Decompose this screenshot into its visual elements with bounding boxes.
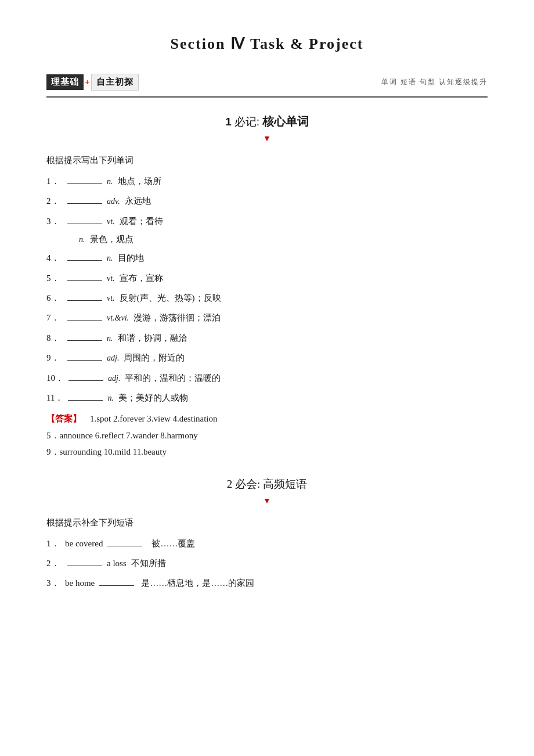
answer-label: 【答案】 (46, 413, 81, 423)
section2-num: 2 (227, 478, 233, 490)
banner-nav: 单词 短语 句型 认知逐级提升 (381, 77, 488, 87)
list-item: 7． vt.&vi. 漫游，游荡徘徊；漂泊 (46, 311, 488, 325)
list-item: 3． vt. 观看；看待 (46, 214, 488, 228)
banner-separator: + (84, 77, 91, 87)
answer-line1: 1.spot 2.forever 3.view 4.destination (90, 414, 218, 423)
section1-num: 1 (225, 116, 232, 128)
vocab-list: 1． n. 地点，场所 2． adv. 永远地 3． vt. 观看；看待 (46, 174, 488, 228)
list-item: 3． be home 是……栖息地，是……的家园 (46, 576, 488, 590)
section2-arrow: ▼ (46, 496, 488, 506)
answer-box: 【答案】 1.spot 2.forever 3.view 4.destinati… (46, 411, 488, 460)
list-item: 2． adv. 永远地 (46, 194, 488, 208)
section2-bold: 高频短语 (263, 478, 307, 490)
answer-line2: 5．announce 6.reflect 7.wander 8.harmony (46, 431, 198, 440)
section1-arrow: ▼ (46, 134, 488, 143)
list-item: 1． n. 地点，场所 (46, 174, 488, 188)
list-item: 2． a loss 不知所措 (46, 556, 488, 570)
section-banner: 理基础 + 自主初探 单词 短语 句型 认知逐级提升 (46, 74, 488, 91)
list-item: 4． n. 目的地 (46, 251, 488, 265)
banner-line (46, 96, 488, 98)
list-item: 5． vt. 宣布，宣称 (46, 271, 488, 285)
banner-tag-light: 自主初探 (91, 74, 139, 91)
list-item: 9． adj. 周围的，附近的 (46, 351, 488, 365)
section1-heading: 1 必记: 核心单词 (46, 114, 488, 129)
banner-left: 理基础 + 自主初探 (46, 74, 139, 91)
section2-must: 必会: (235, 478, 260, 490)
list-item: 10． adj. 平和的，温和的；温暖的 (46, 371, 488, 385)
phrase-list: 1． be covered 被……覆盖 2． a loss 不知所措 3． be… (46, 537, 488, 590)
banner-tag-dark: 理基础 (46, 74, 84, 90)
section2-heading: 2 必会: 高频短语 (46, 477, 488, 492)
list-item: 6． vt. 反射(声、光、热等)；反映 (46, 291, 488, 305)
answer-line3: 9．surrounding 10.mild 11.beauty (46, 447, 167, 456)
section1-must: 必记: (234, 116, 259, 128)
section2-instruction: 根据提示补全下列短语 (46, 517, 488, 528)
page-title: Section Ⅳ Task & Project (46, 35, 488, 53)
section1-instruction: 根据提示写出下列单词 (46, 155, 488, 166)
list-item: 8． n. 和谐，协调，融洽 (46, 331, 488, 345)
list-item: 1． be covered 被……覆盖 (46, 537, 488, 550)
section1-bold: 核心单词 (262, 115, 309, 128)
sub-entry: n. 景色，观点 (79, 234, 488, 245)
vocab-list-2: 4． n. 目的地 5． vt. 宣布，宣称 6． vt. 反射(声、光、热等)… (46, 251, 488, 405)
list-item: 11． n. 美；美好的人或物 (46, 391, 488, 405)
